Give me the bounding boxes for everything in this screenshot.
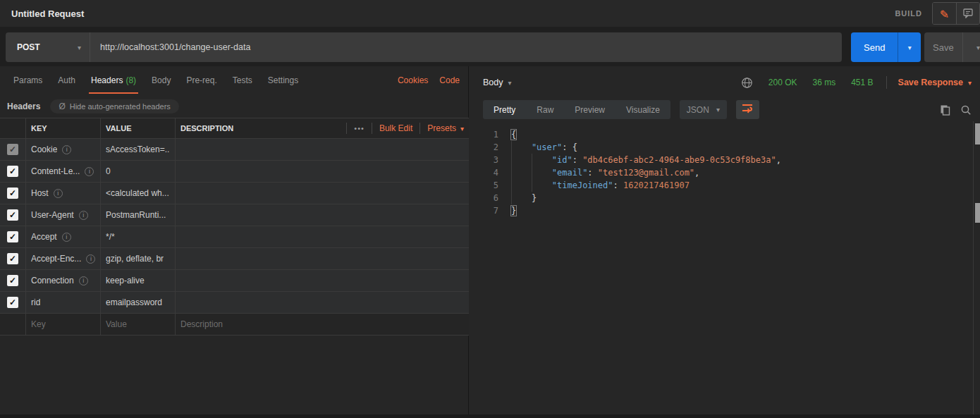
code-link[interactable]: Code	[439, 75, 460, 85]
format-dropdown[interactable]: JSON ▾	[680, 100, 727, 119]
code-line: 7}	[483, 204, 969, 217]
wrap-text-icon	[742, 103, 754, 116]
header-enabled-checkbox[interactable]: ✓	[7, 209, 18, 221]
presets-dropdown[interactable]: Presets ▾	[427, 123, 464, 133]
chevron-down-icon: ▾	[968, 79, 972, 87]
method-dropdown[interactable]: POST ▾	[6, 32, 90, 62]
header-enabled-checkbox[interactable]: ✓	[7, 231, 18, 242]
line-number: 6	[483, 192, 498, 204]
table-row: ✓Accepti*/*	[0, 226, 469, 248]
wrap-text-button[interactable]	[736, 100, 759, 119]
line-number: 2	[483, 141, 498, 154]
select-all-column	[0, 118, 26, 138]
table-row: ✓CookieisAccessToken=...	[0, 139, 469, 161]
more-options-icon[interactable]: •••	[354, 124, 365, 133]
table-row: ✓User-AgentiPostmanRunti...	[0, 204, 469, 226]
tab-prereq[interactable]: Pre-req.	[178, 66, 224, 94]
url-input[interactable]	[90, 42, 842, 52]
cookies-link[interactable]: Cookies	[398, 75, 428, 85]
search-icon[interactable]	[960, 104, 972, 116]
header-key[interactable]: Accept	[31, 232, 57, 242]
info-icon: i	[62, 145, 71, 154]
header-value[interactable]: 0	[106, 166, 111, 176]
header-value[interactable]: <calculated wh...	[106, 188, 169, 198]
response-body-dropdown[interactable]: Body ▾	[483, 78, 512, 87]
network-globe-icon[interactable]	[741, 77, 753, 89]
chevron-down-icon: ▾	[716, 106, 720, 113]
tab-auth[interactable]: Auth	[50, 66, 83, 94]
comments-button[interactable]	[956, 3, 979, 25]
header-enabled-checkbox[interactable]: ✓	[7, 275, 18, 286]
headers-table-body: ✓CookieisAccessToken=...✓Content-Le...i0…	[0, 139, 469, 314]
save-response-dropdown[interactable]: Save Response ▾	[898, 78, 972, 87]
tab-tests[interactable]: Tests	[225, 66, 260, 94]
new-value-input[interactable]: Value	[106, 319, 127, 329]
code-line: 3"id": "db4c6ebf-abc2-4964-abe9-0c53c9f8…	[483, 154, 969, 166]
save-button-group: Save ▾	[924, 32, 980, 62]
postman-window: Untitled Request BUILD ✎ POST ▾	[0, 0, 980, 418]
header-key[interactable]: Accept-Enc...	[31, 254, 81, 264]
response-view-tabs: PrettyRawPreviewVisualize	[483, 100, 670, 119]
header-key[interactable]: User-Agent	[31, 210, 74, 220]
hide-autogenerated-headers-toggle[interactable]: Ø Hide auto-generated headers	[50, 99, 178, 113]
view-tab-pretty[interactable]: Pretty	[483, 100, 526, 119]
tab-settings[interactable]: Settings	[260, 66, 306, 94]
view-tab-preview[interactable]: Preview	[564, 100, 615, 119]
code-line: 6}	[483, 192, 969, 204]
copy-icon[interactable]	[940, 104, 950, 116]
request-title: Untitled Request	[11, 8, 84, 19]
response-scrollbar[interactable]	[973, 121, 980, 414]
headers-table: KEY VALUE DESCRIPTION ••• Bulk Edit Pres…	[0, 118, 469, 336]
bulk-edit-button[interactable]: Bulk Edit	[379, 123, 412, 133]
header-value[interactable]: keep-alive	[106, 276, 145, 285]
header-enabled-checkbox[interactable]: ✓	[7, 188, 18, 199]
line-number: 4	[483, 166, 498, 179]
header-value[interactable]: emailpassword	[106, 297, 162, 307]
send-options-button[interactable]: ▾	[898, 32, 921, 62]
new-header-row: Key Value Description	[0, 314, 469, 336]
header-enabled-checkbox[interactable]: ✓	[7, 297, 18, 308]
table-row: ✓Accept-Enc...igzip, deflate, br	[0, 248, 469, 270]
headers-section-title: Headers	[7, 102, 40, 111]
chevron-down-icon: ▾	[460, 125, 464, 133]
scrollbar-thumb[interactable]	[975, 203, 980, 223]
tab-params[interactable]: Params	[6, 66, 50, 94]
header-enabled-checkbox[interactable]: ✓	[7, 166, 18, 177]
save-options-button[interactable]: ▾	[962, 32, 980, 62]
header-value[interactable]: */*	[106, 232, 115, 242]
header-key[interactable]: Content-Le...	[31, 166, 80, 176]
eye-off-icon: Ø	[59, 102, 65, 111]
request-tabs: ParamsAuthHeaders(8)BodyPre-req.TestsSet…	[0, 66, 468, 94]
header-key[interactable]: rid	[31, 297, 40, 307]
chevron-down-icon: ▾	[508, 79, 512, 87]
response-body-editor[interactable]: 1{2"user": {3"id": "db4c6ebf-abc2-4964-a…	[483, 128, 969, 407]
new-key-input[interactable]: Key	[31, 319, 46, 329]
header-value[interactable]: sAccessToken=...	[106, 145, 170, 154]
save-button[interactable]: Save	[924, 32, 962, 62]
header-key[interactable]: Host	[31, 188, 49, 198]
header-value[interactable]: PostmanRunti...	[106, 210, 166, 220]
method-label: POST	[17, 42, 40, 52]
view-tab-raw[interactable]: Raw	[526, 100, 564, 119]
tab-body[interactable]: Body	[144, 66, 178, 94]
scrollbar-thumb[interactable]	[975, 123, 980, 145]
send-button[interactable]: Send	[851, 32, 898, 62]
header-value[interactable]: gzip, deflate, br	[106, 254, 164, 264]
code-line: 5"timeJoined": 1620217461907	[483, 179, 969, 192]
header-key[interactable]: Connection	[31, 276, 74, 285]
response-panel: Body ▾ 200 OK 36 ms 451 B Save Response …	[469, 66, 980, 414]
headers-table-header: KEY VALUE DESCRIPTION ••• Bulk Edit Pres…	[0, 118, 469, 139]
edit-mode-button[interactable]: ✎	[933, 3, 956, 25]
view-tab-visualize[interactable]: Visualize	[615, 100, 670, 119]
pencil-icon: ✎	[940, 8, 949, 21]
line-number: 3	[483, 154, 498, 166]
header-enabled-checkbox[interactable]: ✓	[7, 253, 18, 264]
info-icon: i	[62, 233, 71, 242]
header-enabled-checkbox[interactable]: ✓	[7, 144, 18, 155]
code-line: 1{	[483, 128, 969, 141]
build-label: BUILD	[895, 9, 922, 18]
response-time: 36 ms	[813, 78, 836, 87]
header-key[interactable]: Cookie	[31, 145, 57, 154]
new-description-input[interactable]: Description	[180, 319, 223, 329]
tab-headers[interactable]: Headers(8)	[83, 66, 144, 94]
